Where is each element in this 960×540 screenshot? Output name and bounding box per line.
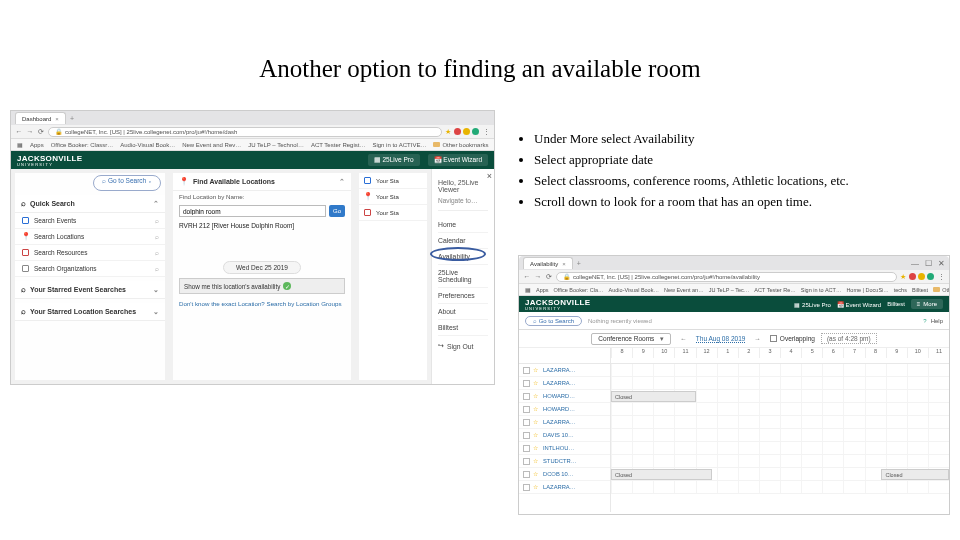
star-icon[interactable]: ★: [445, 128, 451, 136]
search-organizations-row[interactable]: Search Organizations⌕: [15, 261, 165, 277]
new-tab-icon[interactable]: +: [70, 115, 74, 122]
browser-tab[interactable]: Availability×: [523, 257, 573, 269]
star-icon[interactable]: ★: [900, 273, 906, 281]
search-events-row[interactable]: Search Events⌕: [15, 213, 165, 229]
bookmark-item[interactable]: Sign in to ACT…: [801, 287, 842, 293]
menu-preferences[interactable]: Preferences: [438, 288, 488, 304]
bookmark-item[interactable]: Home | DocuSi…: [846, 287, 888, 293]
forward-icon[interactable]: →: [534, 273, 542, 281]
starred-row[interactable]: 📍Your Sta: [359, 189, 427, 205]
overlap-toggle[interactable]: Overlapping: [770, 335, 815, 342]
bookmark-item[interactable]: Apps: [30, 142, 44, 148]
back-icon[interactable]: ←: [15, 128, 23, 136]
room-row[interactable]: ☆LAZARRA…: [519, 481, 610, 494]
checkbox-icon[interactable]: [523, 445, 530, 452]
bookmark-item[interactable]: Apps: [536, 287, 549, 293]
grid-row[interactable]: [611, 481, 949, 494]
next-day-icon[interactable]: →: [751, 335, 764, 342]
grid-row[interactable]: [611, 442, 949, 455]
menu-availability[interactable]: Availability: [438, 249, 488, 265]
star-icon[interactable]: ☆: [533, 419, 540, 426]
bookmark-item[interactable]: Office Booker: Classr…: [51, 142, 114, 148]
search-locations-row[interactable]: 📍Search Locations⌕: [15, 229, 165, 245]
checkbox-icon[interactable]: [523, 458, 530, 465]
checkbox-icon[interactable]: [523, 484, 530, 491]
collapse-icon[interactable]: ⌃: [339, 178, 345, 186]
hint-link[interactable]: Don't know the exact Location? Search by…: [173, 298, 351, 313]
room-row[interactable]: ☆STUDCTR…: [519, 455, 610, 468]
ext-icon[interactable]: [918, 273, 925, 280]
room-row[interactable]: ☆HOWARD…: [519, 390, 610, 403]
grid-row[interactable]: [611, 364, 949, 377]
grid-row[interactable]: [611, 416, 949, 429]
checkbox-icon[interactable]: [523, 471, 530, 478]
star-icon[interactable]: ☆: [533, 406, 540, 413]
date-picker[interactable]: Thu Aug 08 2019: [696, 335, 746, 343]
go-button[interactable]: Go: [329, 205, 345, 217]
bookmark-item[interactable]: JU TeLP – Technol…: [248, 142, 304, 148]
star-icon[interactable]: ☆: [533, 471, 540, 478]
bookmark-item[interactable]: JU TeLP – Tec…: [709, 287, 750, 293]
checkbox-icon[interactable]: [523, 406, 530, 413]
room-row[interactable]: ☆LAZARRA…: [519, 416, 610, 429]
bookmark-item[interactable]: Billtest: [912, 287, 928, 293]
bookmark-item[interactable]: Audio-Visual Book…: [120, 142, 175, 148]
room-row[interactable]: ☆DAVIS 10…: [519, 429, 610, 442]
grid-row[interactable]: [611, 377, 949, 390]
search-result[interactable]: RVRH 212 [River House Dolphin Room]: [173, 220, 351, 231]
close-icon[interactable]: ×: [55, 116, 59, 122]
show-availability-button[interactable]: Show me this location's availability✓: [179, 278, 345, 294]
reload-icon[interactable]: ⟳: [37, 128, 45, 136]
location-name-input[interactable]: [179, 205, 326, 217]
grid-row[interactable]: ClosedClosed: [611, 468, 949, 481]
new-tab-icon[interactable]: +: [577, 260, 581, 267]
star-icon[interactable]: ☆: [533, 458, 540, 465]
ext-icon[interactable]: [927, 273, 934, 280]
menu-scheduling[interactable]: 25Live Scheduling: [438, 265, 488, 288]
more-menu[interactable]: ≡More: [911, 299, 943, 309]
ext-icon[interactable]: [463, 128, 470, 135]
maximize-icon[interactable]: ☐: [925, 259, 932, 268]
grid-row[interactable]: [611, 455, 949, 468]
apps-icon[interactable]: ▦: [525, 287, 531, 293]
menu-icon[interactable]: ⋮: [937, 273, 945, 281]
star-icon[interactable]: ☆: [533, 367, 540, 374]
star-icon[interactable]: ☆: [533, 432, 540, 439]
room-row[interactable]: ☆DCOB 10…: [519, 468, 610, 481]
checkbox-icon[interactable]: [523, 393, 530, 400]
room-row[interactable]: ☆LAZARRA…: [519, 377, 610, 390]
bookmark-item[interactable]: New Event and Rev…: [182, 142, 241, 148]
room-row[interactable]: ☆INTLHOU…: [519, 442, 610, 455]
close-icon[interactable]: ×: [562, 261, 566, 267]
apps-icon[interactable]: ▦: [17, 141, 23, 148]
starred-row[interactable]: Your Sta: [359, 205, 427, 221]
user-name[interactable]: Billtest: [887, 301, 905, 307]
search-resources-row[interactable]: Search Resources⌕: [15, 245, 165, 261]
help-link[interactable]: Help: [931, 318, 943, 324]
menu-billtest[interactable]: Billtest: [438, 320, 488, 336]
expand-icon[interactable]: ⌄: [153, 308, 159, 316]
bookmark-item[interactable]: techs: [894, 287, 907, 293]
sign-out[interactable]: ↪Sign Out: [438, 336, 488, 352]
date-pill[interactable]: Wed Dec 25 2019: [223, 261, 301, 274]
bookmark-item[interactable]: Audio-Visual Book…: [609, 287, 659, 293]
prev-day-icon[interactable]: ←: [677, 335, 690, 342]
reload-icon[interactable]: ⟳: [545, 273, 553, 281]
go-to-search-button[interactable]: ⌕ Go to Search ▾: [93, 175, 161, 191]
other-bookmarks[interactable]: Other bookmarks: [442, 142, 488, 148]
room-row[interactable]: ☆LAZARRA…: [519, 364, 610, 377]
starred-row[interactable]: Your Sta: [359, 173, 427, 189]
address-bar[interactable]: 🔒 collegeNET, Inc. [US] | 25live.college…: [48, 127, 442, 137]
product-link[interactable]: ▦ 25Live Pro: [794, 301, 830, 308]
bookmark-item[interactable]: Sign in to ACTIVE…: [372, 142, 426, 148]
close-window-icon[interactable]: ✕: [938, 259, 945, 268]
star-icon[interactable]: ☆: [533, 393, 540, 400]
star-icon[interactable]: ☆: [533, 380, 540, 387]
ext-icon[interactable]: [909, 273, 916, 280]
address-bar[interactable]: 🔒collegeNET, Inc. [US] | 25live.collegen…: [556, 272, 897, 282]
expand-icon[interactable]: ⌄: [153, 286, 159, 294]
back-icon[interactable]: ←: [523, 273, 531, 281]
star-icon[interactable]: ☆: [533, 484, 540, 491]
checkbox-icon[interactable]: [523, 367, 530, 374]
product-link[interactable]: ▦ 25Live Pro: [368, 154, 420, 166]
